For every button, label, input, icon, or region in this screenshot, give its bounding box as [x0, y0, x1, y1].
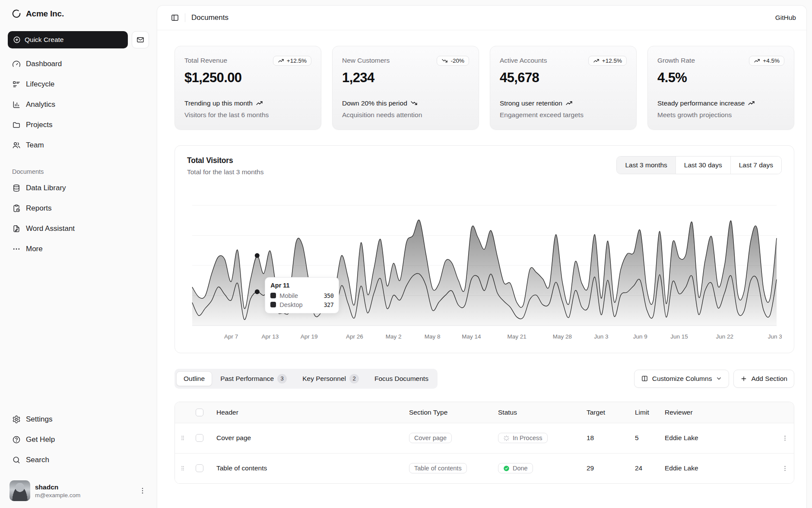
brand[interactable]: Acme Inc. [8, 6, 149, 22]
user-menu[interactable]: shadcn m@example.com [8, 478, 149, 502]
sidebar-item-search[interactable]: Search [8, 451, 149, 469]
sidebar-item-label: Lifecycle [26, 80, 54, 89]
stat-value: 4.5% [657, 70, 784, 86]
stat-footer-title: Trending up this month [184, 99, 311, 108]
trend-badge: +12.5% [588, 56, 627, 66]
row-menu-button[interactable] [776, 465, 794, 472]
add-section-button[interactable]: Add Section [733, 370, 794, 388]
reviewer-cell[interactable]: Eddie Lake [665, 434, 776, 442]
sidebar-item-team[interactable]: Team [8, 137, 149, 154]
sidebar-item-lifecycle[interactable]: Lifecycle [8, 76, 149, 93]
trending-up-icon [565, 99, 573, 107]
check-circle-icon [503, 465, 510, 472]
limit-cell[interactable]: 24 [635, 464, 665, 472]
svg-text:Apr 13: Apr 13 [262, 333, 279, 340]
range-last-3-months[interactable]: Last 3 months [617, 157, 675, 174]
row-checkbox[interactable] [196, 464, 203, 472]
file-pen-icon [12, 224, 21, 233]
target-cell[interactable]: 29 [581, 464, 635, 472]
stat-footer-sub: Engagement exceed targets [500, 111, 627, 119]
brand-name: Acme Inc. [26, 9, 64, 19]
status-badge: In Process [498, 433, 548, 443]
stat-card-growth-rate: Growth Rate +4.5% 4.5% Steady performanc… [647, 46, 794, 130]
table-row: Cover page Cover page In Process 18 5 Ed… [175, 423, 794, 453]
select-all-checkbox[interactable] [196, 409, 203, 416]
stat-label: Growth Rate [657, 56, 695, 64]
sidebar-item-analytics[interactable]: Analytics [8, 96, 149, 113]
drag-handle-icon[interactable] [175, 465, 190, 472]
sidebar-item-reports[interactable]: Reports [8, 200, 149, 217]
svg-text:May 21: May 21 [508, 333, 527, 340]
sidebar-item-data-library[interactable]: Data Library [8, 179, 149, 197]
sidebar-item-word-assistant[interactable]: Word Assistant [8, 220, 149, 237]
row-header-cell[interactable]: Cover page [211, 434, 409, 442]
svg-text:Apr 26: Apr 26 [346, 333, 363, 340]
stat-card-active-accounts: Active Accounts +12.5% 45,678 Strong use… [490, 46, 637, 130]
trending-up-icon [593, 58, 599, 64]
plus-icon [740, 375, 747, 382]
range-last-7-days[interactable]: Last 7 days [730, 157, 781, 174]
search-icon [12, 456, 21, 464]
inbox-button[interactable] [132, 31, 149, 48]
bar-chart-icon [12, 100, 21, 109]
row-header-cell[interactable]: Table of contents [211, 464, 409, 472]
github-link[interactable]: GitHub [775, 14, 796, 22]
chart-subtitle: Total for the last 3 months [187, 168, 263, 176]
quick-create-button[interactable]: Quick Create [8, 31, 128, 48]
stat-label: Total Revenue [184, 56, 227, 64]
section-type-badge: Cover page [409, 433, 452, 443]
sidebar-item-label: Analytics [26, 100, 55, 109]
sidebar-item-projects[interactable]: Projects [8, 116, 149, 134]
trend-badge: -20% [437, 56, 469, 66]
range-last-30-days[interactable]: Last 30 days [676, 157, 730, 174]
ellipsis-vertical-icon [139, 487, 146, 495]
row-checkbox[interactable] [196, 434, 203, 442]
area-chart[interactable]: Apr 7Apr 13Apr 19Apr 26May 2May 8May 14M… [187, 183, 782, 345]
table-toolbar: Outline Past Performance 3 Key Personnel… [174, 369, 794, 389]
table-row: Table of contents Table of contents Done… [175, 453, 794, 483]
sidebar-item-dashboard[interactable]: Dashboard [8, 55, 149, 73]
section-type-badge: Table of contents [409, 463, 467, 473]
sidebar-item-label: Get Help [26, 435, 55, 444]
topbar: Documents GitHub [157, 6, 806, 30]
list-icon [12, 80, 21, 89]
customize-columns-button[interactable]: Customize Columns [634, 370, 730, 388]
sidebar-toggle-button[interactable] [168, 10, 182, 25]
column-header: Section Type [409, 409, 498, 416]
svg-text:Jun 3: Jun 3 [594, 333, 609, 340]
trending-down-icon [410, 99, 418, 107]
svg-text:Apr 7: Apr 7 [224, 333, 238, 340]
tab-outline[interactable]: Outline [176, 371, 212, 386]
row-menu-button[interactable] [776, 435, 794, 442]
sidebar-item-label: Word Assistant [26, 224, 75, 233]
sidebar-item-label: Reports [26, 204, 52, 213]
sidebar-item-get-help[interactable]: Get Help [8, 431, 149, 448]
sidebar-item-label: Data Library [26, 184, 66, 192]
tooltip-series-value: 327 [324, 301, 333, 308]
panel-left-icon [171, 13, 179, 22]
sidebar-item-more[interactable]: More [8, 240, 149, 258]
main-panel: Documents GitHub Total Revenue +12.5% $1… [157, 5, 807, 508]
stat-card-new-customers: New Customers -20% 1,234 Down 20% this p… [332, 46, 479, 130]
svg-text:Apr 19: Apr 19 [301, 333, 318, 340]
sidebar-item-settings[interactable]: Settings [8, 411, 149, 428]
tab-past-performance[interactable]: Past Performance 3 [213, 371, 294, 387]
target-cell[interactable]: 18 [581, 434, 635, 442]
trending-down-icon [441, 58, 448, 64]
trending-up-icon [278, 58, 284, 64]
tab-key-personnel[interactable]: Key Personnel 2 [295, 371, 366, 387]
page-title: Documents [191, 13, 228, 22]
sidebar-group-label: Documents [8, 168, 149, 175]
sidebar-item-label: Search [26, 456, 49, 464]
column-header: Status [498, 409, 581, 416]
sidebar-footer: Settings Get Help Search shadcn m@exampl… [8, 411, 149, 502]
limit-cell[interactable]: 5 [635, 434, 665, 442]
tab-focus-documents[interactable]: Focus Documents [367, 371, 436, 386]
reviewer-cell[interactable]: Eddie Lake [665, 464, 776, 472]
desktop-series-swatch [270, 302, 276, 307]
sidebar-item-label: More [26, 245, 43, 253]
svg-text:May 14: May 14 [462, 333, 481, 340]
drag-handle-icon[interactable] [175, 435, 190, 441]
mobile-series-swatch [270, 293, 276, 298]
column-header: Limit [635, 409, 665, 416]
